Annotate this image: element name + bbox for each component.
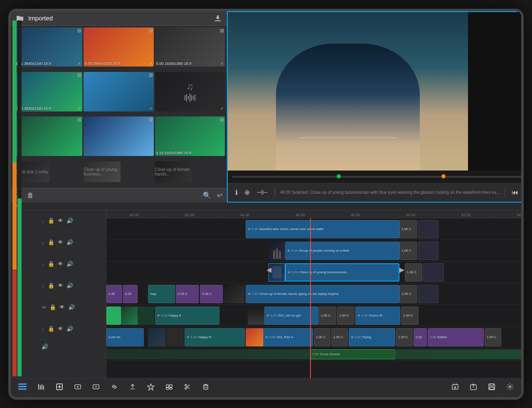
- track-lock-1[interactable]: 🔒: [47, 217, 55, 225]
- tracks-button[interactable]: [17, 383, 28, 393]
- delete-clip-button[interactable]: [200, 382, 211, 393]
- clip-green1[interactable]: [106, 307, 121, 325]
- clip-p3[interactable]: 0.26 C: [176, 285, 199, 303]
- track-eye-1[interactable]: 👁: [57, 217, 64, 225]
- clip-c2[interactable]: 1.00 C: [399, 242, 417, 260]
- track-lock-4[interactable]: 🔒: [47, 282, 55, 289]
- clip-people-running[interactable]: ⊕ 5.24 Group of people running on a fiel…: [285, 242, 399, 260]
- scissors-button[interactable]: [182, 382, 193, 393]
- clip-p4[interactable]: 0.28 C: [200, 285, 223, 303]
- track-audio-2[interactable]: 🔊: [66, 238, 74, 246]
- media-item[interactable]: 5.00 1920x1080 16:9 ✓ 🖼: [155, 27, 225, 67]
- link-button[interactable]: [109, 382, 120, 393]
- play-pause-button[interactable]: ⏸: [523, 188, 524, 197]
- clip-empty1[interactable]: [418, 220, 438, 238]
- download-icon[interactable]: [214, 15, 222, 22]
- track-lock-3[interactable]: 🔒: [47, 260, 55, 268]
- track-down-2[interactable]: ↓: [41, 238, 45, 246]
- clip-c6a[interactable]: 1.00 C: [314, 328, 330, 346]
- trim-button[interactable]: ⊣⊢: [255, 188, 270, 197]
- clip-edited[interactable]: 2.00 Edited: [428, 328, 484, 346]
- track-audio-3[interactable]: 🔊: [66, 260, 74, 268]
- track-arrows-5[interactable]: ⇔: [41, 303, 47, 311]
- track-eye-6[interactable]: 👁: [57, 325, 64, 333]
- clip-cross-dissolve[interactable]: 2.05 Cross Dissolv: [310, 349, 395, 359]
- clip-lake-resort[interactable]: ⊕ 6.24 beautiful lake resort. aerial vie…: [246, 220, 399, 238]
- info-button[interactable]: ℹ: [234, 188, 239, 197]
- favorite-button[interactable]: [145, 382, 156, 393]
- clip-c6d[interactable]: 1.00 C: [485, 328, 501, 346]
- track-down-3[interactable]: ↓: [41, 260, 45, 268]
- replace-button[interactable]: [91, 382, 101, 393]
- media-item[interactable]: ✓ 🖼: [84, 72, 153, 111]
- media-browser: Imported 11.11 3840x2160 16:9 ✓ 🖼: [11, 11, 227, 203]
- tracks-content[interactable]: 40.00 42.00 44.00 46.00 48.00 50.00 52.0…: [106, 210, 521, 378]
- track-audio-6[interactable]: 🔊: [66, 325, 74, 333]
- import-media-button[interactable]: [450, 382, 461, 393]
- clip-c5b[interactable]: 1.00 C: [337, 307, 355, 325]
- clip-empty3[interactable]: [423, 263, 444, 282]
- track-audio-5[interactable]: 🔊: [67, 303, 76, 311]
- svg-rect-6: [43, 386, 44, 390]
- track-down-1[interactable]: ↓: [41, 217, 45, 225]
- track-down-6[interactable]: ↓: [41, 325, 45, 333]
- clip-c6b[interactable]: 1.00 C: [331, 328, 348, 346]
- clip-c5c[interactable]: 1.00 C: [401, 307, 419, 325]
- track-lock-5[interactable]: 🔒: [49, 303, 57, 311]
- track-eye-3[interactable]: 👁: [57, 260, 64, 268]
- media-item[interactable]: 5.00 3840x2160 16:9 ✓ 🖼: [84, 27, 153, 67]
- track-eye-4[interactable]: 👁: [57, 282, 64, 289]
- playhead[interactable]: [310, 218, 311, 378]
- sort-button[interactable]: ≡ᵃ: [217, 192, 222, 199]
- clip-p1[interactable]: 0.26: [106, 285, 122, 303]
- clip-businessman[interactable]: ⊕ 5.24 Close up of young businessman...: [285, 263, 399, 282]
- clip-cute-ret[interactable]: Cute ret: [106, 328, 144, 346]
- clip-c5a[interactable]: 1.00 C: [319, 307, 336, 325]
- media-item[interactable]: ♫ ✓: [155, 72, 225, 111]
- save-project-button[interactable]: [486, 382, 497, 393]
- add-clip-button[interactable]: ⊕: [243, 188, 251, 197]
- export-clip-button[interactable]: [127, 382, 138, 393]
- clip-0-20[interactable]: 0.20: [414, 328, 427, 346]
- track-audio-1[interactable]: 🔊: [66, 217, 74, 225]
- track-speaker-audio[interactable]: 🔊: [41, 343, 49, 351]
- settings-button[interactable]: [505, 382, 515, 393]
- add-track-button[interactable]: [54, 382, 65, 393]
- clip-female-hands[interactable]: ⊕ 7.24 Close-up of female hands typing o…: [246, 285, 399, 303]
- clip-left-arrow[interactable]: ◀: [266, 266, 271, 274]
- audio-mix-button[interactable]: [36, 382, 47, 393]
- clip-red-a[interactable]: ⊕ 4.00 002_Red a: [263, 328, 313, 346]
- media-item[interactable]: Close up of young business...: [84, 161, 121, 182]
- clip-c4[interactable]: 1.00 C: [399, 285, 417, 303]
- clip-empty2[interactable]: [418, 242, 438, 260]
- track-lock-6[interactable]: 🔒: [47, 325, 55, 333]
- media-item[interactable]: 🖼: [84, 116, 153, 156]
- insert-button[interactable]: [72, 382, 83, 393]
- track-eye-5[interactable]: 👁: [59, 303, 66, 311]
- clip-empty4[interactable]: [418, 285, 438, 303]
- clip-right-arrow[interactable]: ▶: [399, 266, 404, 274]
- clip-c1[interactable]: 1.00 C: [399, 220, 417, 238]
- media-item[interactable]: 9.19 1920x1080 16:9 🖼: [155, 116, 225, 156]
- clip-happy1[interactable]: ⊕ 3.16 Happy fr: [155, 307, 219, 325]
- track-eye-2[interactable]: 👁: [57, 238, 64, 246]
- share-project-button[interactable]: [468, 382, 479, 393]
- clip-flying[interactable]: ⊕ 2.02 Flying: [349, 328, 395, 346]
- track-audio-4[interactable]: 🔊: [66, 282, 74, 289]
- scrubber-bar[interactable]: [232, 176, 524, 178]
- clip-c3[interactable]: 1.00 C: [405, 263, 422, 282]
- clip-c6c[interactable]: 1.00 C: [396, 328, 413, 346]
- svg-rect-0: [18, 383, 27, 385]
- clip-p2[interactable]: 0.20: [123, 285, 138, 303]
- search-button[interactable]: 🔍: [203, 191, 211, 199]
- media-item[interactable]: Close-up of female hands...: [155, 161, 192, 182]
- rewind-button[interactable]: ⏮: [510, 188, 520, 197]
- layers-button[interactable]: [164, 382, 175, 393]
- clip-divers[interactable]: ⊕ 2.02 Divers W: [355, 307, 400, 325]
- track-lock-2[interactable]: 🔒: [47, 238, 55, 246]
- clip-happy2[interactable]: ⊕ 3.16 Happy fri: [185, 328, 245, 346]
- ruler-mark: 40.00: [106, 213, 162, 218]
- clip-hap1[interactable]: Hap: [148, 285, 175, 303]
- timeline-tracks: ↓ 🔒 👁 🔊 ↓ 🔒 👁 🔊 ↓ 🔒: [11, 210, 521, 378]
- track-down-4[interactable]: ↓: [41, 282, 45, 289]
